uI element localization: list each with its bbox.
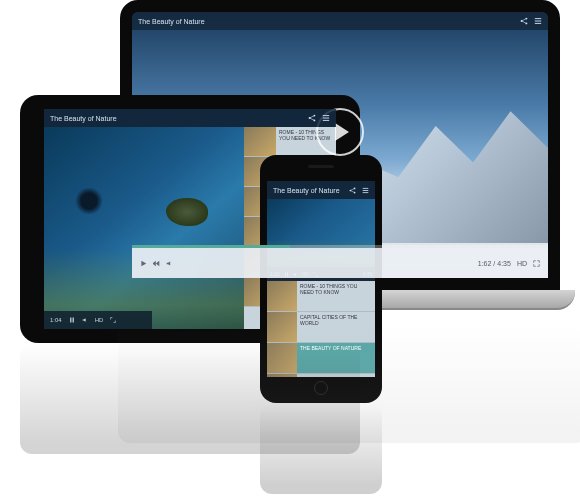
playlist-item[interactable]: ROME - 10 THINGS YOU NEED TO KNOW — [267, 281, 375, 312]
control-bar: 1:04 HD — [44, 311, 152, 329]
thumbnail — [267, 343, 297, 373]
thumbnail — [267, 281, 297, 311]
volume-icon[interactable] — [82, 317, 88, 323]
player-title-bar: The Beauty of Nature — [267, 181, 375, 199]
scuba-diver — [74, 188, 104, 214]
fullscreen-icon[interactable] — [110, 317, 116, 323]
phone-reflection — [260, 404, 382, 494]
player-title: The Beauty of Nature — [273, 187, 340, 194]
share-icon[interactable] — [308, 114, 316, 122]
playlist-item-title: THE BEAUTY OF NATURE — [297, 343, 364, 373]
hd-label[interactable]: HD — [95, 317, 104, 323]
playlist-item[interactable]: CAPITAL CITIES OF THE WORLD — [267, 312, 375, 343]
playlist-item-title: ROME - 10 THINGS YOU NEED TO KNOW — [297, 281, 375, 311]
share-icon[interactable] — [349, 187, 356, 194]
thumbnail — [267, 312, 297, 342]
phone-screen: The Beauty of Nature 1:62 HD 4:35 ROME -… — [267, 181, 375, 377]
player-title-bar: The Beauty of Nature — [44, 109, 336, 127]
playlist-item-title: PARIS TRAVEL GUIDE: 10 BEST ATTRACTIONS … — [297, 374, 375, 377]
time-current: 1:04 — [50, 317, 62, 323]
thumbnail — [267, 374, 297, 377]
thumbnail — [244, 127, 276, 156]
rewind-icon[interactable] — [153, 260, 160, 267]
fullscreen-icon[interactable] — [533, 260, 540, 267]
phone-home-button[interactable] — [314, 381, 328, 395]
play-icon — [335, 123, 349, 141]
hd-label[interactable]: HD — [517, 260, 527, 267]
video-frame-underwater[interactable]: 1:04 HD — [44, 127, 244, 329]
playlist: ROME - 10 THINGS YOU NEED TO KNOW CAPITA… — [267, 281, 375, 377]
phone-device: The Beauty of Nature 1:62 HD 4:35 ROME -… — [260, 155, 382, 403]
playlist-item-title: CAPITAL CITIES OF THE WORLD — [297, 312, 375, 342]
play-small-icon[interactable] — [140, 260, 147, 267]
sea-turtle — [166, 198, 208, 226]
phone-speaker — [308, 165, 334, 168]
playlist-item[interactable]: PARIS TRAVEL GUIDE: 10 BEST ATTRACTIONS … — [267, 374, 375, 377]
control-bar: 1:62 / 4:35 HD — [132, 248, 548, 278]
player-title: The Beauty of Nature — [138, 18, 205, 25]
menu-icon[interactable] — [362, 187, 369, 194]
player-title: The Beauty of Nature — [50, 115, 117, 122]
player-title-bar: The Beauty of Nature — [132, 12, 548, 30]
share-icon[interactable] — [520, 17, 528, 25]
time-display: 1:62 / 4:35 — [478, 260, 511, 267]
volume-icon[interactable] — [166, 260, 173, 267]
menu-icon[interactable] — [534, 17, 542, 25]
playlist-item[interactable]: THE BEAUTY OF NATURE — [267, 343, 375, 374]
menu-icon[interactable] — [322, 114, 330, 122]
pause-icon[interactable] — [69, 317, 75, 323]
